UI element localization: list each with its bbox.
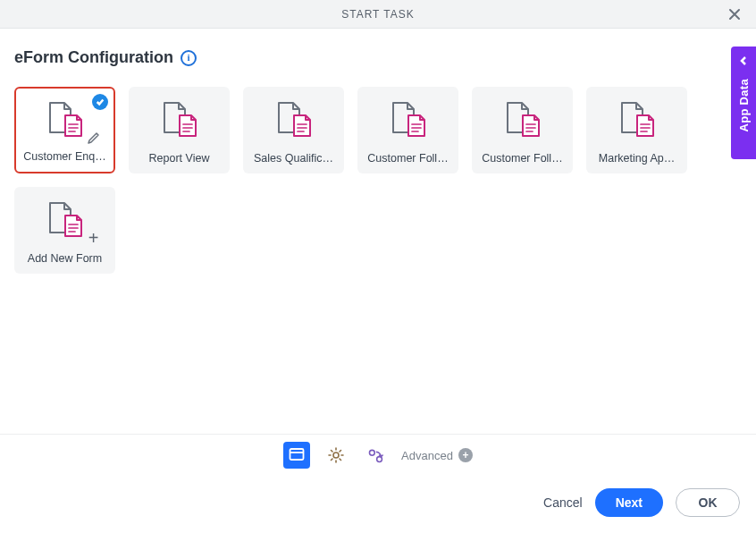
pencil-icon <box>87 131 101 148</box>
close-icon <box>727 7 742 21</box>
side-tab-label: App Data <box>737 79 751 131</box>
form-icon <box>501 92 544 148</box>
advanced-label: Advanced <box>401 449 453 462</box>
section-title-row: eForm Configuration i <box>14 48 742 67</box>
section-title: eForm Configuration <box>14 48 173 67</box>
ok-button[interactable]: OK <box>676 488 740 517</box>
document-sub-icon <box>407 114 426 138</box>
form-card-label: Customer Foll… <box>478 152 566 165</box>
dialog-title: START TASK <box>341 8 415 21</box>
form-card-marketing-ap[interactable]: Marketing Ap… <box>586 87 687 173</box>
info-icon[interactable]: i <box>181 50 197 66</box>
form-card-report-view[interactable]: Report View <box>129 87 230 173</box>
settings-tool-button[interactable] <box>323 442 349 469</box>
cycle-icon <box>366 446 384 464</box>
bottom-toolbar: Advanced + <box>0 434 756 476</box>
app-data-side-tab[interactable]: App Data <box>731 47 756 159</box>
svg-point-3 <box>377 457 382 462</box>
form-card-sales-qualific[interactable]: Sales Qualific… <box>243 87 344 173</box>
document-sub-icon <box>635 114 655 138</box>
form-icon <box>616 92 659 148</box>
form-card-customer-foll-2[interactable]: Customer Foll… <box>472 87 573 173</box>
form-card-grid: Customer Enq… Report View <box>14 87 742 274</box>
document-sub-icon <box>521 114 541 138</box>
form-card-label: Customer Foll… <box>364 152 451 165</box>
dialog-header: START TASK <box>0 0 756 29</box>
document-sub-icon <box>63 114 83 138</box>
form-card-label: Customer Enq… <box>20 150 109 163</box>
next-button[interactable]: Next <box>595 488 663 517</box>
dialog-body: eForm Configuration i <box>0 29 756 434</box>
advanced-link[interactable]: Advanced + <box>401 448 473 462</box>
form-card-label: Add New Form <box>24 252 105 265</box>
form-icon <box>44 94 87 147</box>
form-card-label: Sales Qualific… <box>250 152 337 165</box>
selected-check-icon <box>92 94 108 110</box>
document-sub-icon <box>63 215 83 238</box>
close-button[interactable] <box>720 0 749 29</box>
svg-point-2 <box>370 450 375 455</box>
plus-icon: + <box>88 228 99 249</box>
auto-tool-button[interactable] <box>362 442 389 469</box>
svg-rect-0 <box>290 449 304 460</box>
form-icon <box>273 92 315 148</box>
cancel-button[interactable]: Cancel <box>543 495 583 510</box>
form-card-customer-enq[interactable]: Customer Enq… <box>14 87 115 173</box>
form-card-label: Report View <box>146 152 214 165</box>
screen-tool-button[interactable] <box>283 442 310 469</box>
form-card-customer-foll-1[interactable]: Customer Foll… <box>357 87 458 173</box>
chevron-left-icon <box>738 54 749 70</box>
form-icon <box>387 92 430 148</box>
form-icon: + <box>44 192 87 249</box>
add-new-form-card[interactable]: + Add New Form <box>14 187 115 274</box>
form-icon <box>158 92 201 148</box>
start-task-dialog: START TASK eForm Configuration i <box>0 0 756 533</box>
dialog-footer: Cancel Next OK <box>0 476 756 533</box>
gear-icon <box>327 446 345 464</box>
document-sub-icon <box>178 114 197 138</box>
plus-circle-icon: + <box>458 448 473 462</box>
document-sub-icon <box>292 114 312 138</box>
svg-point-1 <box>333 453 339 458</box>
screen-icon <box>288 446 306 464</box>
form-card-label: Marketing Ap… <box>595 152 678 165</box>
